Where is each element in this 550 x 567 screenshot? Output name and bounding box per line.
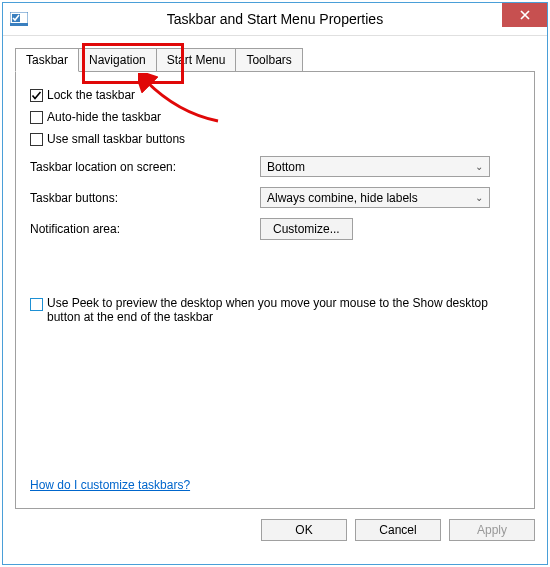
tab-panel-taskbar: Lock the taskbar Auto-hide the taskbar U… (15, 71, 535, 509)
tab-start-menu[interactable]: Start Menu (156, 48, 237, 72)
tab-taskbar[interactable]: Taskbar (15, 48, 79, 72)
label-taskbar-buttons: Taskbar buttons: (30, 191, 260, 205)
checkbox-row-peek: Use Peek to preview the desktop when you… (30, 296, 520, 324)
checkbox-small-buttons[interactable] (30, 133, 43, 146)
button-label: Customize... (273, 222, 340, 236)
close-button[interactable] (502, 3, 547, 27)
dialog-buttons: OK Cancel Apply (3, 519, 535, 541)
chevron-down-icon: ⌄ (475, 161, 483, 172)
button-label: Cancel (379, 523, 416, 537)
checkbox-row-autohide: Auto-hide the taskbar (30, 110, 520, 124)
combo-value: Bottom (267, 160, 305, 174)
button-label: Apply (477, 523, 507, 537)
tab-strip: Taskbar Navigation Start Menu Toolbars (15, 48, 547, 72)
checkmark-icon (31, 90, 42, 101)
checkbox-label: Auto-hide the taskbar (47, 110, 161, 124)
tab-label: Toolbars (246, 53, 291, 67)
checkbox-label: Use small taskbar buttons (47, 132, 185, 146)
combo-taskbar-buttons[interactable]: Always combine, hide labels ⌄ (260, 187, 490, 208)
checkbox-label: Use Peek to preview the desktop when you… (47, 296, 520, 324)
tab-label: Taskbar (26, 53, 68, 67)
system-icon (9, 11, 29, 27)
apply-button[interactable]: Apply (449, 519, 535, 541)
help-link[interactable]: How do I customize taskbars? (30, 478, 190, 492)
close-icon (520, 8, 530, 23)
checkbox-row-small: Use small taskbar buttons (30, 132, 520, 146)
customize-button[interactable]: Customize... (260, 218, 353, 240)
combo-value: Always combine, hide labels (267, 191, 418, 205)
tab-navigation[interactable]: Navigation (78, 48, 157, 72)
checkbox-row-lock: Lock the taskbar (30, 88, 520, 102)
tab-label: Navigation (89, 53, 146, 67)
label-notification-area: Notification area: (30, 222, 260, 236)
ok-button[interactable]: OK (261, 519, 347, 541)
chevron-down-icon: ⌄ (475, 192, 483, 203)
row-taskbar-buttons: Taskbar buttons: Always combine, hide la… (30, 187, 520, 208)
window-title: Taskbar and Start Menu Properties (167, 11, 383, 27)
row-taskbar-location: Taskbar location on screen: Bottom ⌄ (30, 156, 520, 177)
checkbox-peek[interactable] (30, 298, 43, 311)
combo-taskbar-location[interactable]: Bottom ⌄ (260, 156, 490, 177)
tab-toolbars[interactable]: Toolbars (235, 48, 302, 72)
label-taskbar-location: Taskbar location on screen: (30, 160, 260, 174)
checkbox-lock[interactable] (30, 89, 43, 102)
cancel-button[interactable]: Cancel (355, 519, 441, 541)
title-bar: Taskbar and Start Menu Properties (3, 3, 547, 36)
checkbox-label: Lock the taskbar (47, 88, 135, 102)
row-notification-area: Notification area: Customize... (30, 218, 520, 240)
tab-label: Start Menu (167, 53, 226, 67)
properties-window: Taskbar and Start Menu Properties Taskba… (2, 2, 548, 565)
checkbox-autohide[interactable] (30, 111, 43, 124)
button-label: OK (295, 523, 312, 537)
svg-rect-2 (10, 23, 28, 26)
